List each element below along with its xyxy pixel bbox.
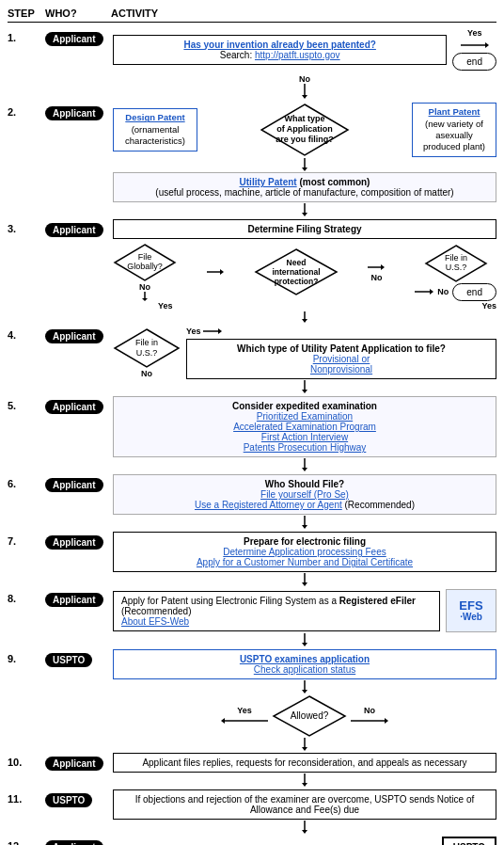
step-1-yes-arrow	[461, 40, 489, 51]
step-5-number: 5.	[8, 396, 45, 472]
step-9-no-arrow: No	[351, 706, 388, 726]
step-1-number: 1.	[8, 28, 45, 101]
step-4-provisional-link[interactable]: Provisional or	[313, 354, 370, 364]
step-9-activity: USPTO examines application Check applica…	[113, 649, 496, 751]
svg-marker-48	[302, 690, 307, 694]
step-7-link2[interactable]: Apply for a Customer Number and Digital …	[197, 557, 413, 567]
step-4-arrow-down	[299, 380, 310, 393]
step-2-branches: Design Patent (ornamental characteristic…	[113, 103, 496, 157]
step-5-link4[interactable]: Patents Prosecution Highway	[244, 442, 367, 453]
step-5-badge: Applicant	[45, 400, 103, 414]
step-7-row: 7. Applicant Prepare for electronic fili…	[8, 532, 496, 587]
step-4-no-row: No	[141, 369, 152, 378]
step-9-who: USPTO	[45, 649, 113, 751]
step-12-activity: Applicant pays the issue fee and the pub…	[113, 837, 496, 845]
step-2-center: What type of Application are you filing?	[260, 103, 350, 157]
step-10-arrow-down	[299, 773, 310, 787]
step-2-utility-link[interactable]: Utility Patent	[240, 177, 297, 187]
step-8-number: 8.	[8, 589, 45, 647]
step-5-link3[interactable]: First Action Interview	[261, 432, 348, 442]
step-11-text: If objections and rejection of the exami…	[135, 794, 475, 815]
step-4-right-arrow	[203, 326, 222, 337]
step-5-link2[interactable]: Accelerated Examination Program	[233, 422, 376, 432]
step-5-link1[interactable]: Prioritized Examination	[257, 411, 353, 422]
step-2-utility-box: Utility Patent (most common) (useful pro…	[113, 172, 496, 202]
step-4-row-inner: File in U.S.? No Yes Which type of Utili…	[113, 326, 496, 379]
step-9-yes-left-arrow	[221, 715, 268, 726]
step-7-box: Prepare for electronic filing Determine …	[113, 532, 496, 572]
step-9-diamond-svg: Allowed?	[272, 694, 347, 738]
step-11-arrow-down	[299, 821, 310, 834]
step-3-who: Applicant	[45, 219, 113, 324]
step-2-plant-patent-box: Plant Patent (new variety of asexually p…	[412, 103, 496, 156]
efs-logo-line1: EFS	[459, 599, 482, 612]
step-7-activity: Prepare for electronic filing Determine …	[113, 532, 496, 587]
step-8-link1[interactable]: About EFS-Web	[121, 616, 189, 627]
step-9-no-label: No	[364, 706, 375, 715]
step-2-design-patent-sub: (ornamental characteristics)	[125, 124, 185, 146]
step-10-number: 10.	[8, 753, 45, 788]
step-9-number: 9.	[8, 649, 45, 751]
table-header: STEP WHO? ACTIVITY	[8, 8, 496, 23]
step-11-row: 11. USPTO If objections and rejection of…	[8, 789, 496, 835]
step-4-nonprovisional-link[interactable]: Nonprovisional	[310, 364, 372, 375]
svg-marker-18	[220, 269, 224, 275]
step-2-design-patent-link[interactable]: Design Patent	[125, 112, 184, 122]
svg-marker-44	[302, 582, 307, 586]
step-7-link1[interactable]: Determine Application processing Fees	[223, 547, 386, 557]
step-3-number: 3.	[8, 219, 45, 324]
svg-text:Need: Need	[286, 258, 306, 267]
step-6-link2[interactable]: Use a Registered Attorney or Agent	[195, 500, 342, 510]
step-3-no2-label: No	[370, 273, 382, 282]
step-9-no-right-arrow	[351, 715, 388, 726]
svg-marker-1	[485, 42, 489, 48]
step-3-diamond2-wrap: Need international protection?	[254, 247, 339, 296]
step-8-inner: Apply for Patent using Electronic Filing…	[113, 589, 496, 632]
step-8-who: Applicant	[45, 589, 113, 647]
step-3-diamond1-svg: File Globally?	[113, 243, 177, 282]
step-3-diamonds-row: File Globally? No Need international pro…	[113, 243, 496, 301]
step-4-row: 4. Applicant File in U.S.? No Yes	[8, 326, 496, 394]
step-1-search-link[interactable]: http://patft.uspto.gov	[255, 50, 340, 60]
step-8-row: 8. Applicant Apply for Patent using Elec…	[8, 589, 496, 647]
step-2-design-patent-box: Design Patent (ornamental characteristic…	[113, 108, 197, 151]
step-1-invention-link[interactable]: Has your invention already been patented…	[183, 40, 376, 50]
step-6-link2-suffix: (Recommended)	[345, 500, 415, 510]
step-6-who: Applicant	[45, 474, 113, 530]
step-11-badge: USPTO	[45, 793, 92, 807]
step-8-badge: Applicant	[45, 593, 103, 607]
step-6-box: Who Should File? File yourself (Pro Se) …	[113, 474, 496, 515]
svg-marker-29	[430, 289, 433, 295]
svg-marker-9	[302, 167, 307, 171]
step-8-arrow-down	[299, 633, 310, 646]
step-3-yes2: Yes	[481, 301, 496, 311]
step-2-arrow-down	[299, 158, 310, 171]
svg-marker-11	[302, 213, 307, 216]
step-11-number: 11.	[8, 789, 45, 835]
step-12-who: Applicant	[45, 837, 113, 845]
svg-marker-24	[381, 264, 385, 270]
step-10-row: 10. Applicant Applicant files replies, r…	[8, 753, 496, 788]
header-step: STEP	[8, 8, 45, 19]
svg-text:U.S.?: U.S.?	[445, 263, 466, 272]
step-6-number: 6.	[8, 474, 45, 530]
svg-text:protection?: protection?	[274, 277, 318, 286]
svg-marker-56	[302, 747, 307, 751]
svg-marker-54	[385, 718, 388, 724]
step-5-who: Applicant	[45, 396, 113, 472]
step-4-yes-label: Yes	[186, 327, 201, 336]
step-9-arrow-down	[299, 680, 310, 694]
svg-text:Globally?: Globally?	[127, 262, 163, 271]
efs-logo-line2: ·Web	[460, 612, 482, 622]
step-6-link1[interactable]: File yourself (Pro Se)	[260, 489, 349, 500]
header-activity: ACTIVITY	[111, 8, 496, 19]
step-9-link2[interactable]: Check application status	[254, 664, 355, 675]
step-5-arrow-down	[299, 458, 310, 471]
step-3-row: 3. Applicant Determine Filing Strategy F…	[8, 219, 496, 324]
step-2-plant-patent-link[interactable]: Plant Patent	[429, 106, 480, 117]
step-1-box: Has your invention already been patented…	[113, 35, 447, 65]
step-3-end-oval: end	[452, 283, 496, 301]
step-9-link1[interactable]: USPTO examines application	[240, 654, 370, 664]
step-4-who: Applicant	[45, 326, 113, 394]
step-1-no-arrow: No	[299, 72, 310, 99]
